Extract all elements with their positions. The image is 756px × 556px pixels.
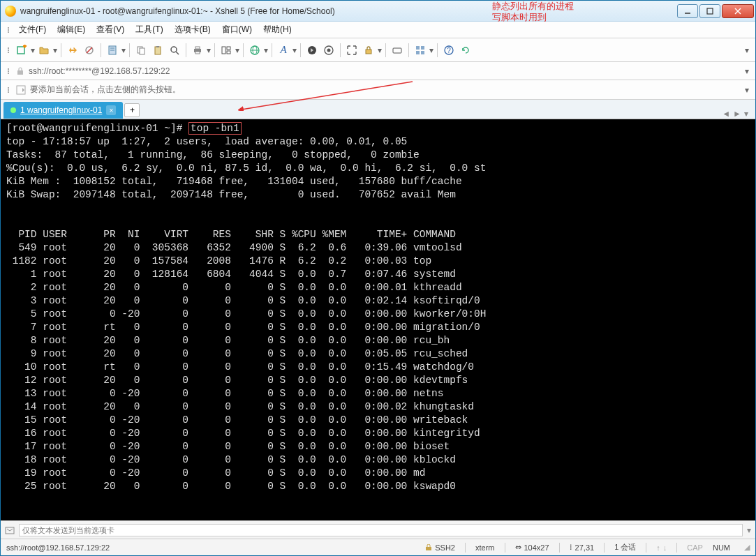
top-summary: top - 17:18:57 up 1:27, 2 users, load av… xyxy=(6,135,750,202)
compose-input[interactable] xyxy=(19,524,743,536)
keyboard-icon[interactable] xyxy=(390,43,405,58)
svg-rect-38 xyxy=(421,51,424,54)
dropdown-icon[interactable]: ▾ xyxy=(30,45,36,55)
paste-icon[interactable] xyxy=(150,43,165,58)
script-icon[interactable] xyxy=(304,43,320,58)
help-icon[interactable]: ? xyxy=(441,43,457,58)
open-folder-icon[interactable] xyxy=(36,43,52,58)
tile-icon[interactable] xyxy=(413,43,428,58)
grip-icon[interactable] xyxy=(6,68,10,74)
record-icon[interactable] xyxy=(321,43,336,58)
reconnect-icon[interactable] xyxy=(65,43,80,58)
close-button[interactable] xyxy=(722,4,754,18)
svg-rect-45 xyxy=(426,547,431,550)
status-ssh: SSH2 xyxy=(425,543,455,552)
tab-label: 1 wangruifenglinux-01 xyxy=(20,105,102,115)
svg-rect-37 xyxy=(416,51,420,54)
separator xyxy=(408,43,409,57)
font-icon[interactable]: A xyxy=(276,43,291,58)
separator xyxy=(214,43,215,57)
svg-rect-35 xyxy=(416,46,420,50)
tab-list-icon[interactable]: ▾ xyxy=(744,109,748,119)
toolbar-overflow-icon[interactable]: ▾ xyxy=(744,45,750,55)
refresh-icon[interactable] xyxy=(458,43,473,58)
svg-line-17 xyxy=(176,52,179,54)
lock-icon[interactable] xyxy=(361,43,376,58)
menu-item[interactable]: 选项卡(B) xyxy=(169,22,216,37)
tab-prev-icon[interactable]: ◄ xyxy=(722,109,730,119)
svg-rect-41 xyxy=(17,70,23,75)
session-tab[interactable]: 1 wangruifenglinux-01 × xyxy=(3,102,123,119)
dropdown-icon[interactable]: ▾ xyxy=(52,45,58,55)
down-icon: ↓ xyxy=(663,543,667,552)
window-buttons xyxy=(676,4,754,18)
tab-close-icon[interactable]: × xyxy=(106,105,116,115)
separator xyxy=(272,43,272,57)
fullscreen-icon[interactable] xyxy=(344,43,360,58)
lock-icon xyxy=(425,544,432,551)
tab-nav: ◄ ► ▾ xyxy=(722,109,753,119)
prompt: [root@wangruifenglinux-01 ~]# xyxy=(6,123,188,134)
menu-item[interactable]: 窗口(W) xyxy=(216,22,258,37)
dropdown-icon[interactable]: ▾ xyxy=(206,45,212,55)
layout-icon[interactable] xyxy=(218,43,234,58)
copy-icon[interactable] xyxy=(133,43,149,58)
menu-item[interactable]: 编辑(E) xyxy=(52,22,91,37)
dropdown-icon[interactable]: ▾ xyxy=(377,45,383,55)
address-text[interactable]: ssh://root:********@192.168.57.129:22 xyxy=(29,66,170,76)
globe-icon[interactable] xyxy=(247,43,262,58)
send-icon[interactable] xyxy=(5,525,15,535)
addressbar: ssh://root:********@192.168.57.129:22 ▾ xyxy=(1,62,755,80)
separator xyxy=(465,543,466,553)
separator xyxy=(505,543,505,553)
svg-rect-15 xyxy=(156,46,159,47)
cursor-icon: ⁞ xyxy=(570,543,572,552)
svg-rect-21 xyxy=(222,47,225,54)
statusbar: ssh://root@192.168.57.129:22 SSH2 xterm … xyxy=(1,539,755,555)
menu-item[interactable]: 查看(V) xyxy=(91,22,130,37)
menu-item[interactable]: 帮助(H) xyxy=(258,22,297,37)
new-session-icon[interactable] xyxy=(14,43,29,58)
status-sessions: 1 会话 xyxy=(614,542,636,553)
dropdown-icon[interactable]: ▾ xyxy=(429,45,434,55)
arrow-hint-icon[interactable] xyxy=(16,85,26,95)
minimize-button[interactable] xyxy=(677,4,698,18)
titlebar[interactable]: wangruifenglinux-01 - root@wangruifengli… xyxy=(1,1,755,22)
svg-text:?: ? xyxy=(447,47,451,54)
tab-add-button[interactable]: + xyxy=(124,103,140,117)
menubar: 文件(F)编辑(E)查看(V)工具(T)选项卡(B)窗口(W)帮助(H) xyxy=(1,22,755,38)
svg-line-8 xyxy=(87,47,92,53)
address-overflow-icon[interactable]: ▾ xyxy=(744,66,750,76)
window-title: wangruifenglinux-01 - root@wangruifengli… xyxy=(20,6,676,16)
resize-grip-icon[interactable]: ◢ xyxy=(744,543,750,552)
separator xyxy=(243,43,244,57)
dropdown-icon[interactable]: ▾ xyxy=(235,45,240,55)
dropdown-icon[interactable]: ▾ xyxy=(292,45,297,55)
hint-text: 要添加当前会话，点击左侧的箭头按钮。 xyxy=(30,84,181,96)
input-dropdown-icon[interactable]: ▾ xyxy=(747,525,751,535)
separator xyxy=(186,43,186,57)
disconnect-icon[interactable] xyxy=(82,43,97,58)
status-term: xterm xyxy=(475,543,495,552)
svg-rect-36 xyxy=(421,46,424,50)
dropdown-icon[interactable]: ▾ xyxy=(263,45,269,55)
search-icon[interactable] xyxy=(167,43,182,58)
grip-icon[interactable] xyxy=(6,27,10,33)
separator xyxy=(559,543,560,553)
grip-icon[interactable] xyxy=(6,87,10,93)
menu-item[interactable]: 文件(F) xyxy=(13,22,52,37)
svg-point-16 xyxy=(171,47,177,52)
tab-next-icon[interactable]: ► xyxy=(733,109,741,119)
status-size: ⇔104x27 xyxy=(515,543,549,552)
separator xyxy=(385,43,386,57)
hint-overflow-icon[interactable]: ▾ xyxy=(744,85,750,95)
properties-icon[interactable] xyxy=(105,43,120,58)
dropdown-icon[interactable]: ▾ xyxy=(121,45,126,55)
status-connection: ssh://root@192.168.57.129:22 xyxy=(6,543,415,552)
svg-rect-4 xyxy=(17,47,24,54)
maximize-button[interactable] xyxy=(699,4,720,18)
print-icon[interactable] xyxy=(190,43,205,58)
menu-item[interactable]: 工具(T) xyxy=(130,22,168,37)
terminal[interactable]: [root@wangruifenglinux-01 ~]# top -bn1 t… xyxy=(1,119,755,520)
grip-icon[interactable] xyxy=(6,47,10,53)
